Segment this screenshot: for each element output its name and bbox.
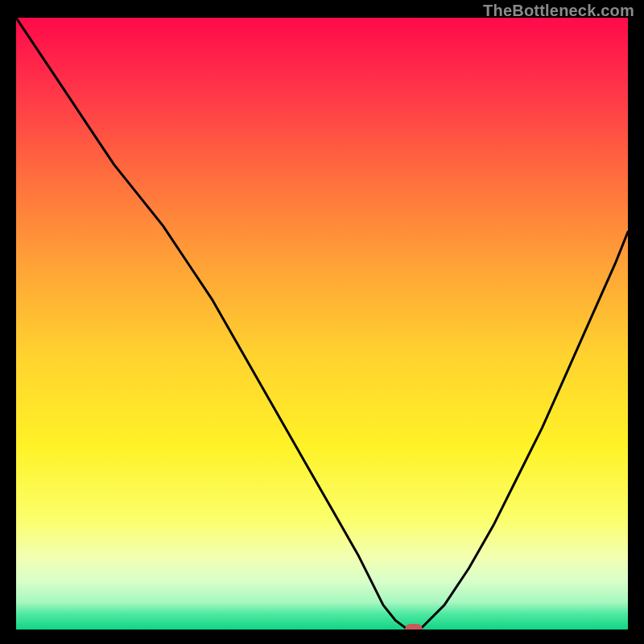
bottleneck-curve [16, 18, 628, 630]
optimal-point-marker [405, 624, 423, 630]
chart-frame: TheBottleneck.com [0, 0, 644, 644]
plot-area [16, 18, 628, 630]
